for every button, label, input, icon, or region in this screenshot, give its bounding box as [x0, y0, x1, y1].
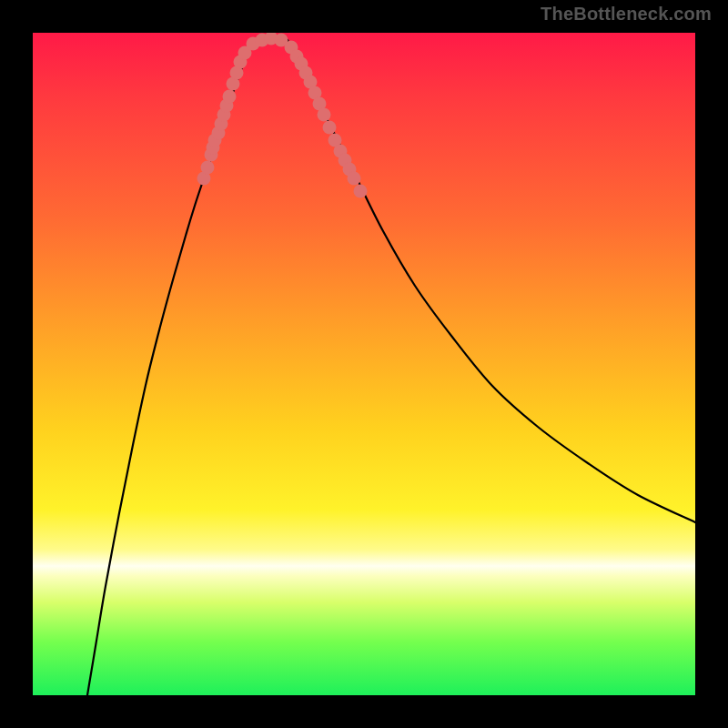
watermark-text: TheBottleneck.com	[541, 4, 712, 25]
marker-dot	[201, 161, 215, 175]
outer-frame: TheBottleneck.com	[0, 0, 728, 728]
marker-dot	[323, 121, 337, 135]
marker-dot	[318, 108, 331, 122]
marker-dot	[348, 172, 361, 186]
marker-dot	[223, 90, 237, 104]
plot-area	[33, 33, 695, 695]
marker-dot	[354, 185, 368, 198]
curve-left-branch	[87, 42, 251, 695]
curve-right-branch	[288, 40, 695, 522]
chart-svg	[33, 33, 695, 695]
marker-group	[197, 33, 368, 198]
